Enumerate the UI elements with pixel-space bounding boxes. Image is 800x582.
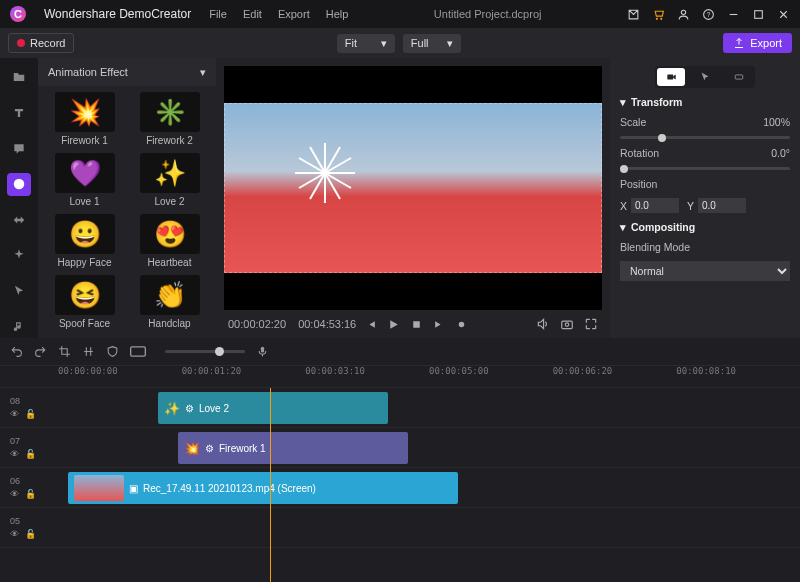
playhead[interactable] [270,388,271,582]
minimize-icon[interactable] [727,8,740,21]
preview-canvas[interactable] [224,66,602,310]
asset-happy-face[interactable]: 😀Happy Face [44,214,125,271]
eye-icon[interactable]: 👁 [10,449,19,459]
rotation-slider[interactable] [620,167,790,170]
lock-icon[interactable]: 🔓 [25,489,36,499]
clip-screen-recording[interactable]: ▣Rec_17.49.11 20210123.mp4 (Screen) [68,472,458,504]
menu-edit[interactable]: Edit [243,8,262,20]
next-icon[interactable] [433,318,446,331]
mic-icon[interactable] [256,345,269,358]
asset-label: Firework 2 [146,135,193,146]
ruler-tick: 00:00:01:20 [182,366,306,387]
asset-thumb: ✨ [140,153,200,193]
marker-icon[interactable] [130,346,146,357]
asset-thumb: 😍 [140,214,200,254]
undo-icon[interactable] [10,345,23,358]
sidebar-effects[interactable] [7,244,31,267]
timeline-ruler[interactable]: 00:00:00:00 00:00:01:20 00:00:03:10 00:0… [0,366,800,388]
asset-spoof-face[interactable]: 😆Spoof Face [44,275,125,332]
export-label: Export [750,37,782,49]
scale-slider[interactable] [620,136,790,139]
menu-export[interactable]: Export [278,8,310,20]
ruler-tick: 00:00:05:00 [429,366,553,387]
assets-header[interactable]: Animation Effect ▾ [38,58,216,86]
asset-label: Heartbeat [148,257,192,268]
sidebar [0,58,38,338]
play-icon[interactable] [387,318,400,331]
svg-point-6 [459,321,465,327]
sidebar-transition[interactable] [7,209,31,232]
full-dropdown[interactable]: Full▾ [403,34,461,53]
track-id: 06 [10,476,58,486]
tab-cursor[interactable] [691,68,719,86]
redo-icon[interactable] [34,345,47,358]
clip-firework-1[interactable]: 💥⚙Firework 1 [178,432,408,464]
transform-header[interactable]: ▾Transform [620,96,790,108]
eye-icon[interactable]: 👁 [10,529,19,539]
scale-row: Scale100% [620,116,790,128]
asset-thumb: ✳️ [140,92,200,132]
asset-label: Love 2 [154,196,184,207]
main-menu: File Edit Export Help [209,8,348,20]
position-x-input[interactable] [631,198,679,213]
clip-love-2[interactable]: ✨⚙Love 2 [158,392,388,424]
volume-icon[interactable] [536,317,550,331]
sidebar-text[interactable] [7,102,31,125]
sidebar-audio[interactable] [7,315,31,338]
sidebar-cursor[interactable] [7,280,31,303]
firework-overlay[interactable] [294,143,354,203]
asset-label: Spoof Face [59,318,110,329]
zoom-slider[interactable] [165,350,245,353]
asset-firework-1[interactable]: 💥Firework 1 [44,92,125,149]
tab-video[interactable] [657,68,685,86]
tab-audio[interactable] [725,68,753,86]
sidebar-sticker[interactable] [7,173,31,196]
assets-panel: Animation Effect ▾ 💥Firework 1 ✳️Firewor… [38,58,216,338]
blend-label: Blending Mode [620,241,790,253]
split-icon[interactable] [82,345,95,358]
titlebar: C Wondershare DemoCreator File Edit Expo… [0,0,800,28]
asset-firework-2[interactable]: ✳️Firework 2 [129,92,210,149]
lock-icon[interactable]: 🔓 [25,409,36,419]
close-icon[interactable] [777,8,790,21]
record-toggle-icon[interactable] [456,319,467,330]
asset-handclap[interactable]: 👏Handclap [129,275,210,332]
lock-icon[interactable]: 🔓 [25,529,36,539]
asset-love-1[interactable]: 💜Love 1 [44,153,125,210]
cart-icon[interactable] [652,8,665,21]
timeline: 00:00:00:00 00:00:01:20 00:00:03:10 00:0… [0,338,800,582]
preview-frame [224,103,602,273]
sidebar-media[interactable] [7,66,31,89]
user-icon[interactable] [677,8,690,21]
export-button[interactable]: Export [723,33,792,53]
maximize-icon[interactable] [752,8,765,21]
crop-icon[interactable] [58,345,71,358]
shield-icon[interactable] [106,345,119,358]
blend-mode-select[interactable]: Normal [620,261,790,281]
asset-heartbeat[interactable]: 😍Heartbeat [129,214,210,271]
fit-dropdown[interactable]: Fit▾ [337,34,395,53]
position-y-input[interactable] [698,198,746,213]
asset-love-2[interactable]: ✨Love 2 [129,153,210,210]
snapshot-icon[interactable] [560,317,574,331]
assets-title: Animation Effect [48,66,128,78]
track-id: 07 [10,436,58,446]
record-button[interactable]: Record [8,33,74,53]
menu-file[interactable]: File [209,8,227,20]
menu-help[interactable]: Help [326,8,349,20]
topbar: Record Fit▾ Full▾ Export [0,28,800,58]
sidebar-annotation[interactable] [7,137,31,160]
svg-rect-5 [414,321,421,328]
rotation-row: Rotation0.0° [620,147,790,159]
svg-rect-11 [131,347,146,356]
fullscreen-icon[interactable] [584,317,598,331]
eye-icon[interactable]: 👁 [10,489,19,499]
lock-icon[interactable]: 🔓 [25,449,36,459]
eye-icon[interactable]: 👁 [10,409,19,419]
help-icon[interactable]: ? [702,8,715,21]
asset-label: Handclap [148,318,190,329]
prev-icon[interactable] [364,318,377,331]
compositing-header[interactable]: ▾Compositing [620,221,790,233]
mail-icon[interactable] [627,8,640,21]
stop-icon[interactable] [410,318,423,331]
